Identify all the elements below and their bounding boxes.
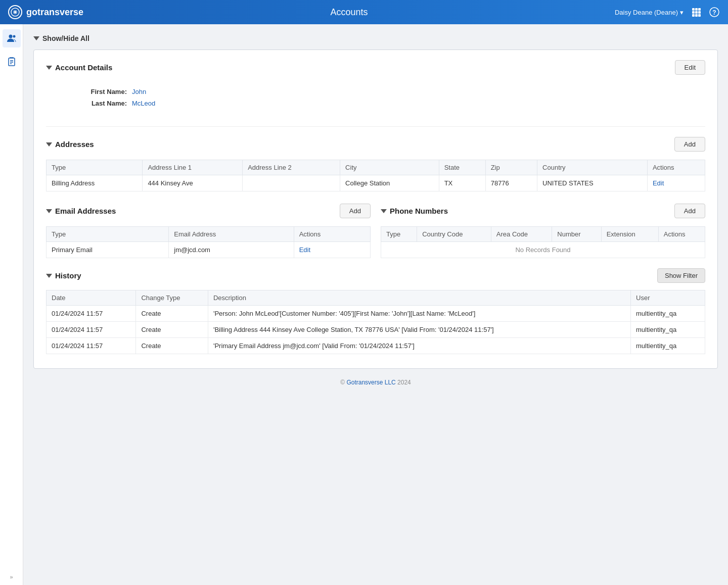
- show-filter-button[interactable]: Show Filter: [657, 268, 705, 283]
- email-addresses-title: Email Addresses: [55, 207, 116, 215]
- show-hide-all[interactable]: Show/Hide All: [33, 34, 718, 42]
- last-name-row: Last Name: McLeod: [46, 100, 705, 107]
- account-details-section: Account Details Edit First Name: John La…: [46, 60, 705, 121]
- table-row: Billing Address 444 Kinsey Ave College S…: [47, 175, 705, 191]
- sidebar-expand[interactable]: »: [10, 574, 13, 580]
- phone-col-country: Country Code: [417, 227, 491, 242]
- user-menu[interactable]: Daisy Deane (Deane) ▾: [615, 9, 684, 16]
- svg-rect-4: [695, 8, 698, 11]
- account-details-edit-button[interactable]: Edit: [675, 60, 705, 75]
- phone-col-type: Type: [381, 227, 417, 242]
- addresses-title-row[interactable]: Addresses: [46, 140, 94, 149]
- svg-rect-3: [692, 8, 695, 11]
- address-zip: 78776: [485, 175, 537, 191]
- footer: © Gotransverse LLC 2024: [33, 379, 718, 386]
- table-row: 01/24/2024 11:57 Create 'Person: John Mc…: [47, 306, 705, 322]
- history-table: Date Change Type Description User 01/24/…: [46, 290, 705, 354]
- addresses-col-state: State: [439, 160, 485, 175]
- addresses-add-button[interactable]: Add: [674, 137, 705, 152]
- history-section: History Show Filter Date Change Type Des…: [46, 268, 705, 354]
- phone-table: Type Country Code Area Code Number Exten…: [381, 226, 705, 258]
- grid-icon[interactable]: [691, 7, 702, 18]
- last-name-value: McLeod: [132, 100, 155, 107]
- svg-point-15: [13, 35, 15, 38]
- email-address: jm@jcd.com: [169, 242, 294, 258]
- history-change-type: Create: [136, 338, 208, 354]
- phone-numbers-title: Phone Numbers: [390, 207, 448, 215]
- svg-point-2: [14, 11, 16, 13]
- phone-numbers-section: Phone Numbers Add Type Country Code Area…: [381, 204, 705, 258]
- svg-point-14: [9, 35, 12, 38]
- email-table: Type Email Address Actions Primary Email…: [46, 226, 371, 258]
- help-icon[interactable]: ?: [709, 7, 720, 18]
- main-content: Show/Hide All Account Details Edit First…: [23, 24, 728, 585]
- show-hide-label: Show/Hide All: [42, 34, 89, 42]
- phone-col-ext: Extension: [601, 227, 658, 242]
- logo-text: gotransverse: [26, 7, 83, 18]
- history-user: multientity_qa: [631, 338, 705, 354]
- history-header: History Show Filter: [46, 268, 705, 283]
- sidebar: »: [0, 24, 23, 585]
- first-name-label: First Name:: [76, 88, 127, 95]
- first-name-value: John: [132, 88, 146, 95]
- address-state: TX: [439, 175, 485, 191]
- history-description: 'Person: John McLeod'[Customer Number: '…: [208, 306, 630, 322]
- address-line1: 444 Kinsey Ave: [143, 175, 243, 191]
- address-edit-link[interactable]: Edit: [653, 179, 664, 187]
- address-actions[interactable]: Edit: [647, 175, 705, 191]
- history-change-type: Create: [136, 322, 208, 338]
- history-collapse-icon: [46, 274, 52, 278]
- table-row: Primary Email jm@jcd.com Edit: [47, 242, 371, 258]
- phone-collapse-icon: [381, 209, 387, 213]
- address-city: College Station: [340, 175, 439, 191]
- table-row: 01/24/2024 11:57 Create 'Primary Email A…: [47, 338, 705, 354]
- history-title-row[interactable]: History: [46, 271, 81, 280]
- email-addresses-header: Email Addresses Add: [46, 204, 371, 218]
- phone-col-actions: Actions: [658, 227, 705, 242]
- phone-col-number: Number: [552, 227, 601, 242]
- history-col-user: User: [631, 290, 705, 306]
- history-date: 01/24/2024 11:57: [47, 322, 136, 338]
- phone-add-button[interactable]: Add: [674, 204, 705, 218]
- email-edit-link[interactable]: Edit: [299, 246, 310, 254]
- email-actions[interactable]: Edit: [294, 242, 370, 258]
- svg-rect-7: [695, 11, 698, 14]
- footer-link[interactable]: Gotransverse LLC: [346, 379, 395, 386]
- svg-rect-5: [698, 8, 701, 11]
- history-date: 01/24/2024 11:57: [47, 338, 136, 354]
- last-name-label: Last Name:: [76, 100, 127, 107]
- page-title: Accounts: [83, 7, 615, 18]
- main-card: Account Details Edit First Name: John La…: [33, 50, 718, 369]
- address-line2: [243, 175, 340, 191]
- addresses-header: Addresses Add: [46, 137, 705, 152]
- history-user: multientity_qa: [631, 306, 705, 322]
- svg-rect-8: [698, 11, 701, 14]
- account-details-title-row[interactable]: Account Details: [46, 63, 112, 72]
- svg-text:?: ?: [712, 9, 716, 16]
- sidebar-item-clipboard[interactable]: [3, 53, 21, 71]
- addresses-title: Addresses: [55, 140, 94, 149]
- account-details-collapse-icon: [46, 66, 52, 70]
- account-details-header: Account Details Edit: [46, 60, 705, 75]
- top-navigation: gotransverse Accounts Daisy Deane (Deane…: [0, 0, 728, 24]
- footer-text: © Gotransverse LLC 2024: [340, 379, 411, 386]
- history-col-change: Change Type: [136, 290, 208, 306]
- addresses-col-type: Type: [47, 160, 143, 175]
- email-collapse-icon: [46, 209, 52, 213]
- email-col-type: Type: [47, 227, 169, 242]
- email-addresses-section: Email Addresses Add Type Email Address A…: [46, 204, 371, 258]
- history-user: multientity_qa: [631, 322, 705, 338]
- addresses-table: Type Address Line 1 Address Line 2 City …: [46, 160, 705, 191]
- addresses-col-country: Country: [537, 160, 648, 175]
- phone-numbers-title-row[interactable]: Phone Numbers: [381, 207, 448, 215]
- addresses-collapse-icon: [46, 142, 52, 147]
- email-addresses-title-row[interactable]: Email Addresses: [46, 207, 116, 215]
- svg-rect-6: [692, 11, 695, 14]
- logo[interactable]: gotransverse: [8, 5, 83, 19]
- email-col-address: Email Address: [169, 227, 294, 242]
- sidebar-item-users[interactable]: [3, 29, 21, 47]
- addresses-section: Addresses Add Type Address Line 1 Addres…: [46, 137, 705, 191]
- user-dropdown-icon: ▾: [680, 9, 684, 16]
- email-add-button[interactable]: Add: [340, 204, 371, 218]
- history-col-desc: Description: [208, 290, 630, 306]
